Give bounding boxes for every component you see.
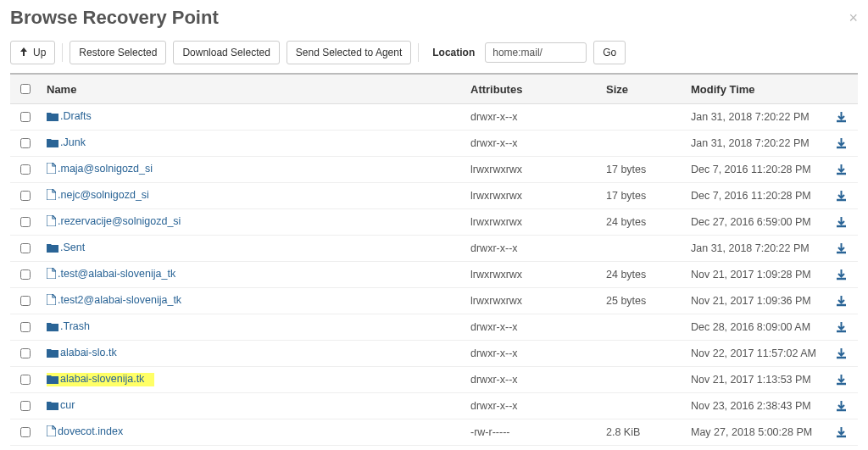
location-label: Location	[426, 47, 478, 58]
row-checkbox[interactable]	[20, 243, 31, 253]
folder-icon	[47, 375, 58, 386]
folder-icon	[47, 243, 58, 255]
download-icon[interactable]	[836, 138, 851, 149]
location-input[interactable]	[485, 42, 587, 63]
size-cell: 17 bytes	[599, 157, 684, 183]
col-actions	[829, 74, 858, 104]
restore-selected-button[interactable]: Restore Selected	[70, 41, 166, 64]
attributes-cell: drwxr-x--x	[464, 104, 599, 131]
download-icon[interactable]	[836, 269, 851, 281]
download-icon[interactable]	[836, 191, 851, 202]
row-checkbox[interactable]	[20, 401, 31, 411]
file-name-link[interactable]: .test@alabai-slovenija_tk	[58, 268, 175, 280]
file-name-link[interactable]: .Drafts	[60, 110, 92, 122]
file-name-link[interactable]: .maja@solnigozd_si	[58, 163, 153, 175]
table-row: .test2@alabai-slovenija_tklrwxrwxrwx25 b…	[10, 288, 858, 314]
folder-icon	[47, 112, 58, 124]
modify-cell: Nov 21, 2017 1:09:36 PM	[684, 288, 829, 314]
modify-cell: Jun 8, 2018 5:00:28 PM	[684, 446, 829, 451]
row-checkbox[interactable]	[20, 112, 31, 122]
row-checkbox[interactable]	[20, 217, 31, 227]
file-name-link[interactable]: .test2@alabai-slovenija_tk	[58, 294, 181, 306]
col-modify[interactable]: Modify Time	[684, 74, 829, 104]
file-name-link[interactable]: .Trash	[60, 320, 90, 332]
row-checkbox[interactable]	[20, 375, 31, 385]
download-icon[interactable]	[836, 348, 851, 359]
row-checkbox[interactable]	[20, 322, 31, 332]
attributes-cell: lrwxrwxrwx	[464, 157, 599, 183]
attributes-cell: drwxr-x--x	[464, 236, 599, 262]
file-name-link[interactable]: .nejc@solnigozd_si	[58, 189, 149, 201]
download-icon[interactable]	[836, 401, 851, 412]
folder-icon	[47, 348, 58, 360]
file-table: Name Attributes Size Modify Time .Drafts…	[10, 73, 858, 450]
file-name-link[interactable]: cur	[60, 399, 75, 411]
modal-title: Browse Recovery Point	[10, 7, 219, 29]
table-row: curdrwxr-x--xNov 23, 2016 2:38:43 PM	[10, 393, 858, 419]
select-all-header	[10, 74, 40, 104]
file-name-link[interactable]: alabai-slo.tk	[60, 347, 117, 358]
file-name-link[interactable]: .Junk	[60, 136, 86, 148]
col-attributes[interactable]: Attributes	[464, 74, 599, 104]
attributes-cell: drwxr-x--x	[464, 314, 599, 341]
download-icon[interactable]	[836, 322, 851, 333]
col-name[interactable]: Name	[40, 74, 464, 104]
attributes-cell: drwxr-x--x	[464, 367, 599, 393]
size-cell	[599, 314, 684, 341]
file-icon	[47, 425, 56, 439]
attributes-cell: lrwxrwxrwx	[464, 183, 599, 209]
select-all-checkbox[interactable]	[20, 84, 31, 94]
download-icon[interactable]	[836, 296, 851, 307]
modify-cell: Nov 21, 2017 1:09:28 PM	[684, 262, 829, 288]
attributes-cell: drwxr-x--x	[464, 131, 599, 157]
download-icon[interactable]	[836, 164, 851, 175]
row-checkbox[interactable]	[20, 296, 31, 306]
toolbar: Up Restore Selected Download Selected Se…	[10, 36, 858, 73]
download-icon[interactable]	[836, 217, 851, 228]
size-cell: 67.1 KiB	[599, 446, 684, 451]
file-name-link[interactable]: .Sent	[60, 242, 85, 253]
download-icon[interactable]	[836, 112, 851, 123]
row-checkbox[interactable]	[20, 427, 31, 437]
modify-cell: Dec 7, 2016 11:20:28 PM	[684, 183, 829, 209]
row-checkbox[interactable]	[20, 269, 31, 280]
size-cell: 2.8 KiB	[599, 419, 684, 446]
col-size[interactable]: Size	[599, 74, 684, 104]
modify-cell: Dec 28, 2016 8:09:00 AM	[684, 314, 829, 341]
table-row: alabai-slovenija.tkdrwxr-x--xNov 21, 201…	[10, 367, 858, 393]
modify-cell: Nov 22, 2017 11:57:02 AM	[684, 341, 829, 367]
table-row: .test@alabai-slovenija_tklrwxrwxrwx24 by…	[10, 262, 858, 288]
file-name-link[interactable]: dovecot.index	[58, 425, 123, 437]
row-checkbox[interactable]	[20, 138, 31, 148]
table-row: .Trashdrwxr-x--xDec 28, 2016 8:09:00 AM	[10, 314, 858, 341]
file-icon	[47, 215, 56, 229]
send-selected-button[interactable]: Send Selected to Agent	[287, 41, 411, 64]
modify-cell: Jan 31, 2018 7:20:22 PM	[684, 236, 829, 262]
file-name-link[interactable]: .rezervacije@solnigozd_si	[58, 215, 181, 227]
table-row: .Draftsdrwxr-x--xJan 31, 2018 7:20:22 PM	[10, 104, 858, 131]
table-row: .Junkdrwxr-x--xJan 31, 2018 7:20:22 PM	[10, 131, 858, 157]
table-row: alabai-slo.tkdrwxr-x--xNov 22, 2017 11:5…	[10, 341, 858, 367]
folder-icon	[47, 322, 58, 334]
size-cell	[599, 393, 684, 419]
up-button[interactable]: Up	[10, 41, 55, 64]
size-cell	[599, 341, 684, 367]
up-label: Up	[33, 45, 46, 60]
folder-icon	[47, 401, 58, 413]
download-selected-button[interactable]: Download Selected	[173, 41, 279, 64]
attributes-cell: -rw-r-----	[464, 446, 599, 451]
download-icon[interactable]	[836, 427, 851, 438]
row-checkbox[interactable]	[20, 164, 31, 175]
go-button[interactable]: Go	[593, 41, 626, 64]
attributes-cell: drwxr-x--x	[464, 341, 599, 367]
download-icon[interactable]	[836, 243, 851, 254]
size-cell: 17 bytes	[599, 183, 684, 209]
modify-cell: Nov 23, 2016 2:38:43 PM	[684, 393, 829, 419]
close-icon[interactable]: ×	[849, 10, 858, 25]
file-name-link[interactable]: alabai-slovenija.tk	[60, 373, 144, 385]
attributes-cell: drwxr-x--x	[464, 393, 599, 419]
download-icon[interactable]	[836, 375, 851, 386]
row-checkbox[interactable]	[20, 191, 31, 201]
file-icon	[47, 163, 56, 176]
row-checkbox[interactable]	[20, 348, 31, 358]
